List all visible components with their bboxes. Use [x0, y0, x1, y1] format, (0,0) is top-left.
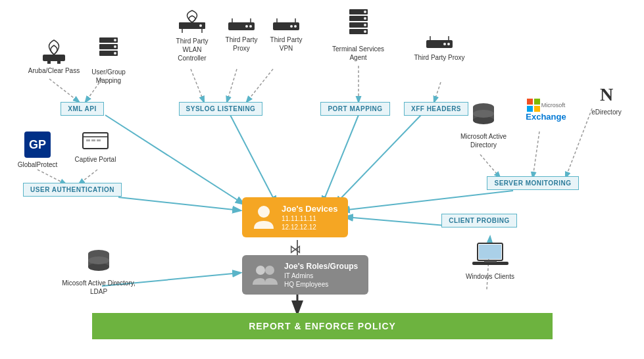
role2-label: HQ Employees: [284, 281, 358, 288]
user-auth-label: USER AUTHENTICATION: [23, 183, 122, 197]
laptop-icon: [472, 242, 508, 270]
svg-rect-25: [57, 61, 61, 64]
captive-icon: [82, 132, 109, 153]
svg-rect-74: [527, 106, 533, 112]
switch-icon-proxy2: [425, 36, 454, 51]
database-icon-ad: [472, 102, 495, 130]
captive-portal-node: Captive Portal: [72, 132, 118, 164]
svg-line-0: [49, 79, 79, 102]
svg-line-14: [335, 115, 421, 204]
port-mapping-label: PORT MAPPING: [320, 102, 389, 116]
joes-devices-label: Joe's Devices: [282, 204, 337, 214]
svg-point-71: [473, 110, 494, 118]
exchange-node: Microsoft Exchange: [520, 99, 572, 122]
svg-point-65: [443, 43, 446, 45]
svg-point-76: [258, 206, 270, 218]
server-rack-icon: [347, 8, 370, 42]
svg-line-13: [434, 82, 441, 102]
svg-point-29: [114, 39, 116, 41]
diagram: Aruba/Clear Pass User/Group Mapping XML …: [0, 0, 644, 359]
switch-icon-proxy1: [227, 18, 256, 33]
svg-point-42: [199, 24, 202, 27]
edirectory-label: eDirectory: [591, 108, 622, 116]
tp-vpn-node: Third PartyVPN: [263, 18, 309, 53]
svg-line-5: [118, 197, 240, 210]
svg-point-31: [114, 52, 116, 55]
svg-point-78: [265, 266, 274, 275]
svg-line-16: [533, 132, 539, 178]
svg-line-2: [105, 115, 243, 204]
switch-icon-wlan: [176, 9, 209, 34]
syslog-node: SYSLOG LISTENING: [170, 102, 272, 116]
ms-ad-ldap-node: Micosoft Active Directory, LDAP: [59, 249, 138, 296]
edirectory-node: N eDirectory: [580, 84, 633, 116]
connector-icon: ⋈: [289, 242, 301, 256]
svg-point-51: [294, 25, 297, 28]
svg-point-40: [88, 256, 109, 264]
svg-rect-80: [479, 245, 501, 259]
svg-line-8: [227, 69, 237, 102]
ip2-label: 12.12.12.12: [282, 224, 337, 231]
svg-rect-34: [86, 139, 90, 141]
ms-ad-node: Microsoft Active Directory: [454, 102, 513, 149]
database-icon-ldap: [87, 249, 111, 276]
svg-point-77: [256, 266, 265, 275]
svg-line-15: [480, 155, 500, 178]
aruba-node: Aruba/Clear Pass: [28, 36, 80, 75]
port-mapping-node: PORT MAPPING: [316, 102, 395, 116]
usergroup-node: User/Group Mapping: [82, 36, 135, 85]
svg-rect-82: [484, 260, 497, 262]
svg-rect-24: [47, 61, 51, 64]
tp-wlan-node: Third PartyWLANController: [166, 9, 218, 62]
syslog-label: SYSLOG LISTENING: [179, 102, 263, 116]
switch-icon-vpn: [272, 18, 301, 33]
svg-line-9: [247, 69, 273, 102]
gp-label: GlobalProtect: [18, 160, 58, 169]
svg-point-60: [364, 17, 366, 20]
role1-label: IT Admins: [284, 272, 358, 279]
svg-rect-73: [534, 99, 540, 105]
svg-point-46: [249, 25, 252, 28]
report-enforce-label: REPORT & ENFORCE POLICY: [249, 321, 396, 331]
svg-point-47: [245, 25, 248, 28]
xml-api-node: XML API: [46, 102, 118, 116]
ms-logo-icon: [527, 99, 540, 112]
svg-point-62: [364, 30, 366, 33]
svg-line-7: [191, 69, 204, 102]
tp-vpn-label: Third PartyVPN: [270, 36, 303, 53]
svg-point-64: [447, 43, 450, 45]
gp-icon: GP: [24, 132, 51, 158]
svg-rect-23: [43, 55, 65, 61]
svg-rect-36: [97, 139, 101, 141]
tp-wlan-label: Third PartyWLANController: [176, 37, 209, 62]
person-icon: [253, 205, 275, 230]
xml-api-label: XML API: [61, 102, 104, 116]
tp-proxy1-label: Third Party Proxy: [218, 36, 264, 53]
server-icon: [97, 36, 120, 65]
svg-line-18: [342, 191, 513, 210]
svg-point-59: [364, 11, 366, 13]
ms-ad-label: Microsoft Active Directory: [454, 132, 513, 149]
svg-line-4: [79, 170, 97, 184]
client-probing-node: CLIENT PROBING: [432, 214, 527, 227]
server-monitoring-node: SERVER MONITORING: [480, 176, 585, 190]
joes-roles-label: Joe's Roles/Groups: [284, 262, 358, 271]
group-icon: [253, 264, 278, 286]
report-enforce-node: REPORT & ENFORCE POLICY: [92, 313, 553, 339]
globalprotect-node: GP GlobalProtect: [14, 132, 61, 169]
svg-line-10: [230, 115, 276, 204]
edirectory-icon: N: [600, 84, 613, 105]
exchange-label: Exchange: [526, 112, 566, 122]
svg-line-12: [322, 115, 359, 204]
router-icon: [37, 36, 70, 64]
svg-point-61: [364, 24, 366, 26]
tp-proxy1-node: Third Party Proxy: [218, 18, 264, 53]
captive-label: Captive Portal: [75, 155, 116, 164]
ts-agent-label: Terminal Services Agent: [324, 45, 393, 62]
svg-rect-35: [91, 139, 95, 141]
server-monitoring-label: SERVER MONITORING: [487, 176, 578, 190]
tp-proxy2-node: Third Party Proxy: [407, 36, 472, 62]
user-auth-node: USER AUTHENTICATION: [20, 183, 125, 197]
svg-point-30: [114, 45, 116, 48]
joes-devices-node: Joe's Devices 11.11.11.11 12.12.12.12: [242, 197, 348, 237]
